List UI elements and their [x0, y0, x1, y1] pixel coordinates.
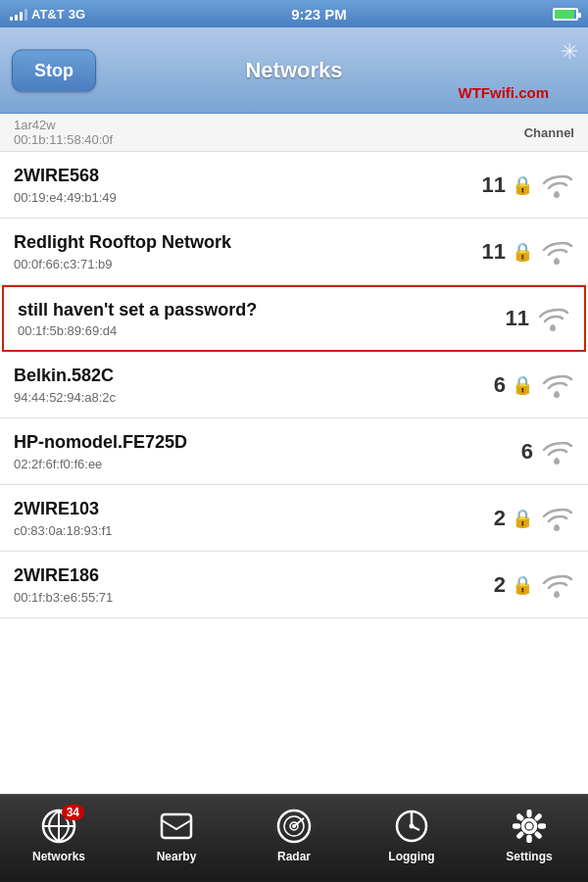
- lock-icon: 🔒: [512, 508, 533, 529]
- networks-badge: 34: [62, 805, 84, 820]
- wifi-signal-icon: [535, 305, 570, 332]
- lock-icon: 🔒: [512, 174, 533, 196]
- svg-rect-28: [534, 830, 543, 839]
- network-right: 6 🔒: [486, 371, 574, 399]
- svg-point-34: [526, 822, 533, 829]
- network-info: still haven't set a password? 00:1f:5b:8…: [18, 299, 496, 338]
- network-info: 2WIRE568 00:19:e4:49:b1:49: [14, 165, 472, 204]
- partial-ssid: 1ar42w: [14, 118, 113, 132]
- settings-tab-label: Settings: [506, 850, 552, 863]
- partial-row: 1ar42w 00:1b:11:58:40:0f Channel: [0, 114, 588, 152]
- network-row[interactable]: HP-nomodel.FE725D 02:2f:6f:f0:f6:ee 6: [0, 418, 588, 485]
- carrier-name: AT&T: [31, 7, 65, 22]
- tab-networks[interactable]: 34 Networks: [0, 795, 118, 882]
- svg-point-4: [554, 459, 560, 465]
- partial-mac: 00:1b:11:58:40:0f: [14, 132, 113, 147]
- svg-point-6: [554, 592, 560, 598]
- network-right: 2 🔒: [486, 571, 574, 599]
- wifi-signal-icon: [539, 438, 574, 466]
- network-info: 2WIRE186 00:1f:b3:e6:55:71: [14, 564, 476, 604]
- status-time: 9:23 PM: [291, 6, 347, 23]
- networks-tab-icon-wrap: 34: [37, 807, 80, 846]
- tab-bar: 34 Networks Nearby Radar: [0, 794, 588, 882]
- channel-number: 2: [486, 572, 506, 598]
- svg-rect-30: [515, 830, 524, 839]
- tab-settings[interactable]: Settings: [470, 795, 588, 882]
- network-info: HP-nomodel.FE725D 02:2f:6f:f0:f6:ee: [14, 431, 504, 470]
- networks-tab-label: Networks: [32, 850, 85, 863]
- network-type: 3G: [69, 7, 85, 22]
- svg-point-2: [550, 325, 556, 331]
- svg-point-1: [554, 259, 560, 265]
- logging-tab-label: Logging: [388, 850, 434, 863]
- radar-tab-icon-wrap: [272, 807, 316, 846]
- network-right: 11 🔒: [482, 172, 574, 199]
- status-bar: AT&T 3G 9:23 PM: [0, 0, 588, 27]
- stop-button[interactable]: Stop: [12, 49, 96, 91]
- battery-icon: [553, 8, 578, 21]
- tab-radar[interactable]: Radar: [235, 795, 353, 882]
- page-title: Networks: [245, 58, 342, 83]
- svg-rect-26: [534, 812, 543, 821]
- network-right: 11: [506, 305, 570, 332]
- network-name: 2WIRE103: [14, 498, 476, 520]
- svg-point-15: [292, 824, 296, 828]
- svg-rect-22: [527, 809, 532, 817]
- logging-tab-icon-wrap: [390, 807, 433, 846]
- wifi-signal-icon: [539, 571, 574, 599]
- network-list: 2WIRE568 00:19:e4:49:b1:49 11 🔒 Redlight…: [0, 152, 588, 618]
- wifi-signal-icon: [539, 238, 574, 266]
- channel-number: 11: [482, 172, 506, 198]
- network-name: 2WIRE568: [14, 165, 472, 187]
- tab-logging[interactable]: Logging: [353, 795, 470, 882]
- network-mac: c0:83:0a:18:93:f1: [14, 523, 476, 538]
- network-mac: 94:44:52:94:a8:2c: [14, 390, 476, 405]
- nearby-tab-label: Nearby: [157, 850, 197, 863]
- navigation-bar: Stop Networks WTFwifi.com ✳: [0, 27, 588, 114]
- svg-point-0: [554, 192, 560, 198]
- logging-icon: [394, 808, 429, 844]
- settings-tab-icon-wrap: [508, 807, 551, 846]
- lock-icon: 🔒: [512, 241, 533, 263]
- network-name: still haven't set a password?: [18, 299, 496, 321]
- network-right: 2 🔒: [486, 505, 574, 532]
- svg-point-19: [410, 823, 415, 828]
- radar-icon: [276, 808, 312, 844]
- network-info: Redlight Rooftop Network 00:0f:66:c3:71:…: [14, 231, 472, 270]
- svg-point-5: [554, 525, 560, 531]
- lock-icon: 🔒: [512, 574, 533, 596]
- channel-number: 11: [506, 306, 529, 331]
- tab-nearby[interactable]: Nearby: [118, 795, 235, 882]
- carrier-info: AT&T 3G: [10, 7, 85, 22]
- network-mac: 02:2f:6f:f0:f6:ee: [14, 457, 504, 471]
- network-row[interactable]: 2WIRE103 c0:83:0a:18:93:f1 2 🔒: [0, 485, 588, 552]
- network-mac: 00:1f:5b:89:69:d4: [18, 323, 496, 338]
- channel-header: Channel: [524, 125, 574, 140]
- network-info: Belkin.582C 94:44:52:94:a8:2c: [14, 365, 476, 404]
- channel-number: 2: [486, 506, 506, 531]
- settings-icon: [512, 808, 547, 844]
- network-right: 11 🔒: [482, 238, 574, 266]
- network-row[interactable]: 2WIRE186 00:1f:b3:e6:55:71 2 🔒: [0, 552, 588, 618]
- network-name: Redlight Rooftop Network: [14, 231, 472, 254]
- network-name: Belkin.582C: [14, 365, 476, 387]
- network-name: HP-nomodel.FE725D: [14, 431, 504, 454]
- network-row[interactable]: Redlight Rooftop Network 00:0f:66:c3:71:…: [0, 219, 588, 285]
- channel-number: 6: [486, 372, 506, 398]
- network-name: 2WIRE186: [14, 564, 476, 587]
- network-row[interactable]: Belkin.582C 94:44:52:94:a8:2c 6 🔒: [0, 352, 588, 418]
- network-row[interactable]: 2WIRE568 00:19:e4:49:b1:49 11 🔒: [0, 152, 588, 219]
- nearby-icon: [159, 808, 194, 844]
- wifi-signal-icon: [539, 172, 574, 199]
- network-right: 6: [514, 438, 574, 466]
- radar-tab-label: Radar: [277, 850, 311, 863]
- network-mac: 00:19:e4:49:b1:49: [14, 190, 472, 205]
- network-row[interactable]: still haven't set a password? 00:1f:5b:8…: [2, 285, 586, 352]
- svg-point-3: [554, 392, 560, 398]
- svg-rect-32: [515, 812, 524, 821]
- signal-icon: [10, 7, 27, 21]
- svg-rect-29: [527, 835, 532, 843]
- loading-spinner-icon: ✳: [561, 39, 578, 65]
- network-info: 2WIRE103 c0:83:0a:18:93:f1: [14, 498, 476, 537]
- svg-rect-10: [162, 814, 191, 838]
